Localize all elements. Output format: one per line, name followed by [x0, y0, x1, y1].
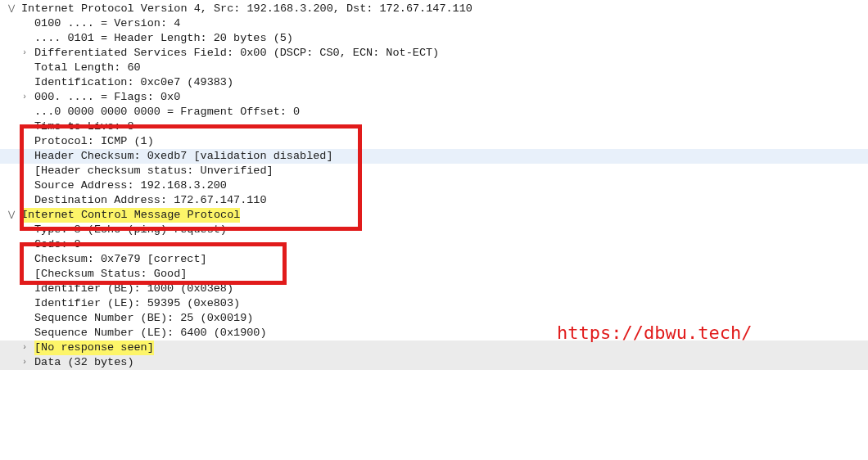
tree-row-text: Differentiated Services Field: 0x00 (DSC… — [34, 46, 439, 61]
tree-row[interactable]: Total Length: 60 — [0, 61, 868, 75]
tree-row-text: Total Length: 60 — [34, 61, 141, 75]
tree-row[interactable]: Type: 8 (Echo (ping) request) — [0, 223, 868, 237]
tree-row-text: Sequence Number (BE): 25 (0x0019) — [34, 311, 253, 326]
chevron-right-icon[interactable]: › — [20, 340, 29, 355]
tree-row[interactable]: .... 0101 = Header Length: 20 bytes (5) — [0, 31, 868, 46]
tree-row-text: [Checksum Status: Good] — [34, 267, 187, 282]
tree-row[interactable]: 0100 .... = Version: 4 — [0, 16, 868, 31]
tree-row[interactable]: Code: 0 — [0, 237, 868, 252]
tree-row[interactable]: Identifier (BE): 1000 (0x03e8) — [0, 282, 868, 296]
tree-row-text: Time to Live: 8 — [34, 120, 134, 134]
tree-row[interactable]: Source Address: 192.168.3.200 — [0, 178, 868, 193]
tree-row-text: Header Checksum: 0xedb7 [validation disa… — [34, 149, 333, 164]
tree-row-text: [No response seen] — [34, 340, 154, 355]
tree-row-text: Protocol: ICMP (1) — [34, 134, 154, 149]
tree-row[interactable]: ...0 0000 0000 0000 = Fragment Offset: 0 — [0, 105, 868, 120]
watermark-text: https://dbwu.tech/ — [557, 326, 752, 340]
tree-row[interactable]: ›000. .... = Flags: 0x0 — [0, 90, 868, 105]
tree-row[interactable]: ›Differentiated Services Field: 0x00 (DS… — [0, 46, 868, 61]
tree-row[interactable]: Destination Address: 172.67.147.110 — [0, 193, 868, 208]
tree-row[interactable]: ⋁Internet Control Message Protocol — [0, 208, 868, 223]
packet-details-tree: ⋁Internet Protocol Version 4, Src: 192.1… — [0, 0, 868, 370]
tree-row-text: Sequence Number (LE): 6400 (0x1900) — [34, 326, 267, 340]
chevron-down-icon[interactable]: ⋁ — [7, 208, 16, 223]
tree-row-text: Internet Protocol Version 4, Src: 192.16… — [21, 2, 472, 16]
tree-row[interactable]: Checksum: 0x7e79 [correct] — [0, 252, 868, 267]
tree-row[interactable]: Header Checksum: 0xedb7 [validation disa… — [0, 149, 868, 164]
tree-row-text: Source Address: 192.168.3.200 — [34, 178, 227, 193]
tree-row-text: 000. .... = Flags: 0x0 — [34, 90, 180, 105]
tree-row-text: Code: 0 — [34, 237, 81, 252]
tree-row[interactable]: ›Data (32 bytes) — [0, 355, 868, 370]
tree-row-text: .... 0101 = Header Length: 20 bytes (5) — [34, 31, 293, 46]
chevron-right-icon[interactable]: › — [20, 90, 29, 105]
tree-row-text: Identifier (LE): 59395 (0xe803) — [34, 296, 240, 311]
tree-row[interactable]: [Header checksum status: Unverified] — [0, 164, 868, 178]
tree-row-text: Internet Control Message Protocol — [21, 208, 240, 223]
tree-row[interactable]: Protocol: ICMP (1) — [0, 134, 868, 149]
chevron-right-icon[interactable]: › — [20, 46, 29, 61]
tree-row[interactable]: Identifier (LE): 59395 (0xe803) — [0, 296, 868, 311]
tree-row-text: Identifier (BE): 1000 (0x03e8) — [34, 282, 233, 296]
chevron-right-icon[interactable]: › — [20, 355, 29, 370]
chevron-down-icon[interactable]: ⋁ — [7, 2, 16, 16]
tree-row-text: ...0 0000 0000 0000 = Fragment Offset: 0 — [34, 105, 300, 120]
tree-row-text: Type: 8 (Echo (ping) request) — [34, 223, 227, 237]
tree-row[interactable]: [Checksum Status: Good] — [0, 267, 868, 282]
tree-row-text: Identification: 0xc0e7 (49383) — [34, 75, 233, 90]
tree-row[interactable]: Time to Live: 8 — [0, 120, 868, 134]
tree-row-text: Checksum: 0x7e79 [correct] — [34, 252, 207, 267]
tree-row[interactable]: ⋁Internet Protocol Version 4, Src: 192.1… — [0, 2, 868, 16]
tree-row-text: [Header checksum status: Unverified] — [34, 164, 274, 178]
tree-row-text: Destination Address: 172.67.147.110 — [34, 193, 267, 208]
tree-row-text: Data (32 bytes) — [34, 355, 134, 370]
tree-row[interactable]: Identification: 0xc0e7 (49383) — [0, 75, 868, 90]
tree-row-text: 0100 .... = Version: 4 — [34, 16, 180, 31]
